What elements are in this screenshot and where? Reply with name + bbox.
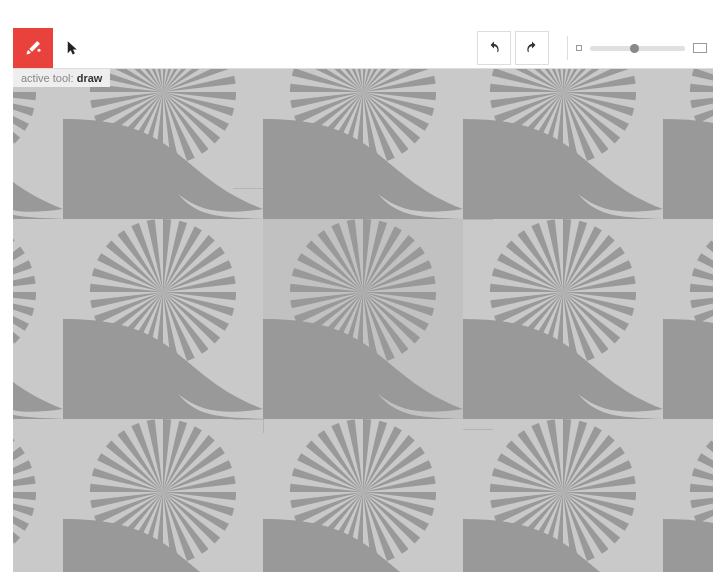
pattern-tile — [263, 419, 463, 572]
pattern-tile — [63, 219, 263, 419]
pattern-tile — [663, 69, 713, 219]
pattern-tile — [263, 69, 463, 219]
zoom-slider[interactable] — [590, 46, 685, 51]
svg-point-0 — [38, 49, 41, 52]
pattern-canvas[interactable] — [13, 69, 713, 572]
status-value: draw — [77, 72, 103, 84]
pattern-tile — [663, 419, 713, 572]
pattern-tile — [463, 69, 663, 219]
pattern-tile — [13, 69, 63, 219]
divider — [567, 36, 568, 60]
pattern-tile — [463, 419, 663, 572]
pattern-tile — [463, 219, 663, 419]
draw-tool-button[interactable] — [13, 28, 53, 68]
cursor-icon — [64, 39, 82, 57]
zoom-slider-thumb[interactable] — [630, 44, 639, 53]
pattern-tile — [13, 219, 63, 419]
select-tool-button[interactable] — [53, 28, 93, 68]
undo-button[interactable] — [477, 31, 511, 65]
brush-icon — [24, 39, 42, 57]
pattern-tile — [63, 419, 263, 572]
zoom-in-icon[interactable] — [693, 43, 707, 53]
status-bar: active tool: draw — [13, 69, 110, 87]
pattern-tile — [13, 419, 63, 572]
undo-icon — [487, 41, 501, 55]
pattern-tile — [63, 69, 263, 219]
redo-button[interactable] — [515, 31, 549, 65]
zoom-out-icon[interactable] — [576, 45, 582, 51]
toolbar — [13, 28, 713, 69]
redo-icon — [525, 41, 539, 55]
zoom-controls — [576, 43, 713, 53]
pattern-tile — [263, 219, 463, 419]
status-label: active tool: — [21, 72, 74, 84]
pattern-tile — [663, 219, 713, 419]
history-buttons — [477, 31, 559, 65]
